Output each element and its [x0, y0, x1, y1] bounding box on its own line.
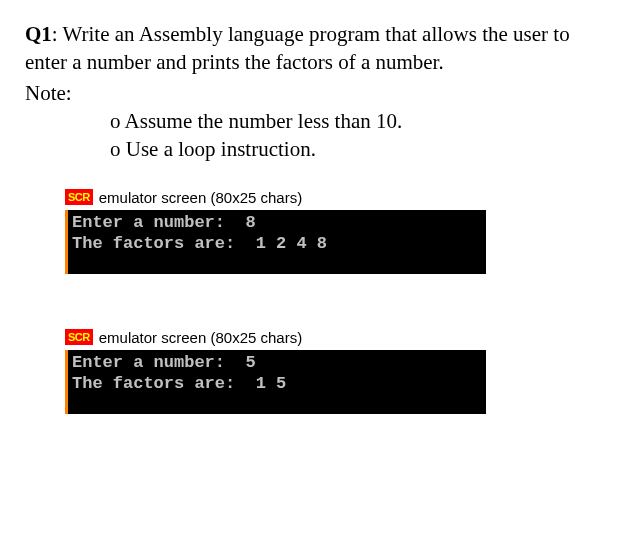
question-body: : Write an Assembly language program tha…	[25, 22, 570, 74]
screen-icon: SCR	[65, 329, 93, 345]
emulator-title: emulator screen (80x25 chars)	[99, 329, 302, 346]
note-item: Assume the number less than 10.	[110, 107, 602, 135]
note-item: Use a loop instruction.	[110, 135, 602, 163]
emulator-block: SCR emulator screen (80x25 chars) Enter …	[65, 329, 602, 414]
terminal-line: The factors are: 1 2 4 8	[72, 233, 482, 254]
emulator-titlebar: SCR emulator screen (80x25 chars)	[65, 189, 602, 206]
terminal-output: Enter a number: 5The factors are: 1 5	[65, 350, 486, 414]
terminal-line: The factors are: 1 5	[72, 373, 482, 394]
emulator-titlebar: SCR emulator screen (80x25 chars)	[65, 329, 602, 346]
terminal-line: Enter a number: 5	[72, 352, 482, 373]
question-prompt: Q1: Write an Assembly language program t…	[25, 20, 602, 77]
terminal-line: Enter a number: 8	[72, 212, 482, 233]
question-label: Q1	[25, 22, 52, 46]
emulator-title: emulator screen (80x25 chars)	[99, 189, 302, 206]
emulator-block: SCR emulator screen (80x25 chars) Enter …	[65, 189, 602, 274]
note-list: Assume the number less than 10. Use a lo…	[110, 107, 602, 164]
note-label: Note:	[25, 79, 602, 107]
screen-icon: SCR	[65, 189, 93, 205]
terminal-output: Enter a number: 8The factors are: 1 2 4 …	[65, 210, 486, 274]
